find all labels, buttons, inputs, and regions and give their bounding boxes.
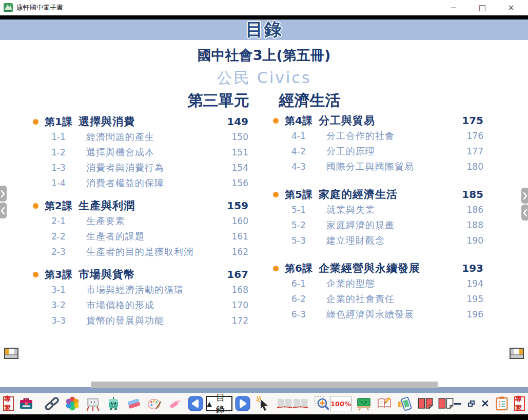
sub-page: 190 bbox=[461, 235, 483, 246]
next-page-button[interactable] bbox=[234, 395, 251, 412]
sub-num: 5-1 bbox=[291, 205, 315, 215]
page-back-button-left[interactable] bbox=[0, 203, 7, 218]
toc-lesson-row[interactable]: 第3課 市場與貨幣 167 bbox=[31, 267, 248, 282]
toc-sub-row[interactable]: 3-2 市場價格的形成 170 bbox=[31, 297, 248, 313]
sub-num: 5-2 bbox=[291, 220, 315, 230]
blackboard-button[interactable] bbox=[356, 395, 372, 412]
subject-title: 公民 Civics bbox=[0, 68, 528, 89]
toc-lesson-row[interactable]: 第5課 家庭的經濟生活 185 bbox=[271, 187, 483, 202]
toc-sub-row[interactable]: 1-4 消費者權益的保障 156 bbox=[31, 175, 248, 191]
robot-icon bbox=[105, 395, 122, 412]
device-button[interactable] bbox=[397, 395, 413, 412]
sub-page: 176 bbox=[461, 131, 483, 141]
toc-lesson-3: 第3課 市場與貨幣 167 3-1 市場與經濟活動的循環 168 3-2 市場價… bbox=[31, 267, 248, 328]
link-button[interactable] bbox=[44, 395, 60, 412]
sub-page: 172 bbox=[226, 315, 248, 326]
toolbox-button[interactable] bbox=[18, 395, 34, 412]
lesson-title: 市場與貨幣 bbox=[79, 267, 135, 282]
robot-button[interactable] bbox=[105, 395, 122, 412]
palette-button[interactable] bbox=[146, 395, 163, 412]
lesson-page: 193 bbox=[460, 262, 483, 274]
toc-sub-row[interactable]: 2-2 生產者的課題 161 bbox=[31, 229, 248, 244]
window-maximize-button[interactable]: □ bbox=[475, 2, 490, 13]
window-minimize-button[interactable]: − bbox=[446, 2, 461, 13]
bullet-icon bbox=[33, 272, 38, 277]
sub-num: 1-2 bbox=[51, 147, 75, 157]
toc-sub-row[interactable]: 4-1 分工合作的社會 176 bbox=[271, 128, 483, 144]
easel-button[interactable] bbox=[85, 395, 101, 412]
toc-sub-row[interactable]: 1-3 消費者與消費行為 154 bbox=[31, 160, 248, 175]
clipboard-icon bbox=[494, 396, 510, 411]
toc-lesson-4: 第4課 分工與貿易 175 4-1 分工合作的社會 176 4-2 分工的原理 … bbox=[271, 113, 483, 174]
spread-view-button[interactable] bbox=[276, 395, 309, 412]
lesson-label: 第3課 bbox=[45, 268, 79, 282]
workbook-button[interactable] bbox=[376, 395, 393, 412]
toc-sub-row[interactable]: 5-3 建立理財觀念 190 bbox=[271, 233, 483, 248]
toc-sub-row[interactable]: 5-2 家庭經濟的規畫 188 bbox=[271, 217, 483, 233]
toc-sub-row[interactable]: 4-3 國際分工與國際貿易 180 bbox=[271, 159, 483, 174]
page-forward-button-left[interactable] bbox=[0, 186, 7, 202]
expert-button-right[interactable]: 專家 bbox=[514, 396, 525, 411]
eraser-button[interactable] bbox=[126, 395, 142, 412]
sub-title: 企業的社會責任 bbox=[315, 293, 395, 305]
sub-num: 2-1 bbox=[51, 216, 75, 226]
toc-sub-row[interactable]: 1-2 選擇與機會成本 151 bbox=[31, 145, 248, 160]
page-title: 目錄 bbox=[246, 18, 283, 42]
toc-sub-row[interactable]: 3-3 貨幣的發展與功能 172 bbox=[31, 313, 248, 328]
checklist-button[interactable] bbox=[494, 395, 510, 412]
page-back-button-right[interactable] bbox=[521, 205, 528, 221]
toolbar-close-button[interactable] bbox=[482, 399, 488, 409]
toc-lesson-6: 第6課 企業經營與永續發展 193 6-1 企業的型態 194 6-2 企業的社… bbox=[271, 261, 483, 322]
toc-sub-row[interactable]: 2-1 生產要素 160 bbox=[31, 213, 248, 229]
sub-num: 6-2 bbox=[291, 294, 315, 304]
highlighter-button[interactable] bbox=[167, 395, 183, 412]
resources-flower-button[interactable] bbox=[64, 395, 81, 412]
sub-title: 就業與失業 bbox=[315, 204, 375, 216]
toc-sub-row[interactable]: 3-1 市場與經濟活動的循環 168 bbox=[31, 282, 248, 297]
sub-page: 161 bbox=[226, 231, 248, 242]
toolbar-minimize-button[interactable] bbox=[454, 403, 461, 405]
toc-sub-row[interactable]: 2-3 生產者的目的是獲取利潤 162 bbox=[31, 244, 248, 259]
single-page-view-button[interactable] bbox=[438, 395, 454, 412]
expert-button-left[interactable]: 專家 bbox=[3, 396, 14, 411]
arrow-left-icon bbox=[188, 396, 203, 411]
sub-title: 綠色經濟與永續發展 bbox=[315, 308, 414, 321]
toc-lesson-row[interactable]: 第4課 分工與貿易 175 bbox=[271, 113, 483, 128]
corner-page-left-button[interactable] bbox=[4, 348, 18, 359]
cursor-button[interactable] bbox=[255, 395, 271, 412]
chevron-right-icon bbox=[522, 191, 528, 201]
lesson-label: 第1課 bbox=[45, 115, 79, 129]
toc-lesson-row[interactable]: 第1課 選擇與消費 149 bbox=[31, 114, 248, 129]
sub-num: 3-3 bbox=[51, 315, 75, 326]
toc-lesson-5: 第5課 家庭的經濟生活 185 5-1 就業與失業 186 5-2 家庭經濟的規… bbox=[271, 187, 483, 248]
zoom-level-display[interactable]: 100% bbox=[330, 396, 351, 411]
window-close-button[interactable]: × bbox=[503, 2, 519, 13]
toc-sub-row[interactable]: 4-2 分工的原理 177 bbox=[271, 144, 483, 159]
toc-lesson-row[interactable]: 第2課 生產與利潤 159 bbox=[31, 198, 248, 213]
sub-page: 160 bbox=[226, 216, 248, 226]
sub-page: 177 bbox=[461, 146, 483, 156]
page-selector[interactable]: ▲ 目錄 bbox=[206, 396, 232, 411]
sub-num: 1-1 bbox=[51, 132, 75, 142]
toc-sub-row[interactable]: 1-1 經濟問題的產生 150 bbox=[31, 129, 248, 145]
toc-sub-row[interactable]: 5-1 就業與失業 186 bbox=[271, 202, 483, 217]
page-forward-button-right[interactable] bbox=[521, 188, 528, 204]
toc-sub-row[interactable]: 6-2 企業的社會責任 195 bbox=[271, 291, 483, 307]
zoom-button[interactable] bbox=[314, 395, 330, 412]
toolbar-restore-button[interactable] bbox=[468, 401, 475, 407]
toc-sub-row[interactable]: 6-1 企業的型態 194 bbox=[271, 276, 483, 291]
toc-sub-row[interactable]: 6-3 綠色經濟與永續發展 196 bbox=[271, 307, 483, 322]
book-title: 國中社會3上(第五冊) bbox=[0, 46, 528, 65]
bullet-icon bbox=[273, 192, 279, 197]
two-page-view-button[interactable] bbox=[417, 395, 434, 412]
book-pencil-icon bbox=[376, 395, 393, 412]
lesson-label: 第4課 bbox=[285, 114, 319, 128]
prev-page-button[interactable] bbox=[187, 395, 204, 412]
sub-page: 196 bbox=[461, 309, 483, 319]
horizontal-scrollbar-thumb[interactable] bbox=[91, 382, 438, 388]
toc-lesson-row[interactable]: 第6課 企業經營與永續發展 193 bbox=[271, 261, 483, 276]
sub-title: 生產要素 bbox=[75, 215, 125, 227]
app-logo-icon bbox=[3, 3, 13, 13]
corner-page-right-button[interactable] bbox=[510, 348, 524, 359]
sub-page: 156 bbox=[226, 178, 248, 188]
